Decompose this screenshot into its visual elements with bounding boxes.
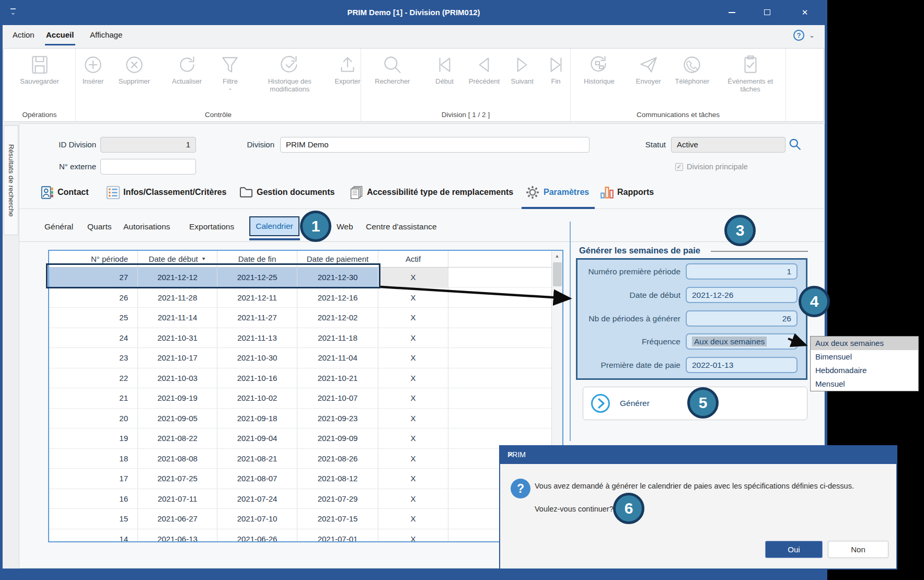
phone-button[interactable]: Téléphoner [669,49,715,86]
table-row[interactable]: 25 2021-11-14 2021-11-27 2021-12-02 X [49,308,562,328]
ribbon: Sauvegarder Opérations Insérer Supprimer… [3,48,824,122]
table-row[interactable]: 18 2021-08-08 2021-08-21 2021-08-26 X [49,449,562,469]
window-title: PRIM Demo [1] - Division (PRIM012) [0,0,827,25]
header-actif[interactable]: Actif [378,251,448,267]
division-principale-checkbox[interactable]: ✓ [675,163,683,171]
active-subtab-underline [249,238,300,240]
documents-stack-icon [349,185,364,200]
statut-field: Active [671,137,786,153]
frequency-combo[interactable]: Aux deux semaines ▾ [686,333,798,350]
ribbon-collapse-icon[interactable]: ⌄ [809,31,815,39]
subtab-exportations[interactable]: Exportations [189,222,234,231]
start-date-field[interactable]: 2021-12-26 [686,287,798,303]
table-row[interactable]: 26 2021-11-28 2021-12-11 2021-12-16 X [49,288,562,308]
dialog-close-icon[interactable]: ✕ [507,450,890,459]
save-icon [28,53,52,77]
filter-button[interactable]: Filtre ⌄ [216,49,245,91]
table-row[interactable]: 19 2021-08-22 2021-09-04 2021-09-09 X [49,428,562,449]
statut-label: Statut [624,140,666,149]
active-tab-underline [522,207,595,209]
menu-accueil[interactable]: Accueil [46,30,74,39]
first-period-field[interactable]: 1 [686,263,798,280]
dropdown-option[interactable]: Mensuel [811,377,918,391]
first-record-button[interactable]: Début [424,49,466,86]
previous-record-icon [472,53,496,77]
table-row[interactable]: 20 2021-09-05 2021-09-18 2021-09-23 X [49,409,562,429]
previous-record-button[interactable]: Précédent [466,49,503,86]
events-tasks-button[interactable]: Événements et tâches [715,49,786,94]
tab-infos-classement[interactable]: Infos/Classement/Critères [106,183,226,202]
tab-gestion-documents[interactable]: Gestion documents [239,183,334,202]
contact-icon [40,185,54,200]
last-record-button[interactable]: Fin [541,49,570,86]
table-row[interactable]: 23 2021-10-17 2021-10-30 2021-11-04 X [49,348,562,368]
annotation-circle-3: 3 [724,215,756,246]
sidebar-tab-label: Résultats de recherche [7,144,15,217]
tab-accessibilite[interactable]: Accessibilité type de remplacements [349,183,513,202]
minimize-button[interactable] [723,4,740,21]
no-button[interactable]: Non [828,541,888,558]
close-button[interactable]: ✕ [796,4,813,21]
table-row[interactable]: 24 2021-10-31 2021-11-13 2021-11-18 X [49,328,562,349]
send-button[interactable]: Envoyer [628,49,669,86]
table-row[interactable]: 14 2021-06-13 2021-06-26 2021-07-01 X [49,529,562,543]
filter-dropdown-icon[interactable]: ⌄ [228,85,232,91]
next-record-button[interactable]: Suivant [503,49,541,86]
periods-count-field[interactable]: 26 [686,310,798,327]
table-row[interactable]: 21 2021-09-19 2021-10-02 2021-10-07 X [49,388,562,409]
subtab-general[interactable]: Général [44,222,73,231]
tab-contact[interactable]: Contact [40,183,89,202]
annotation-circle-4: 4 [799,286,830,317]
scrollbar-thumb[interactable] [553,262,562,286]
subtab-web[interactable]: Web [337,222,353,231]
dropdown-option[interactable]: Bimensuel [811,350,918,364]
subtab-quarts[interactable]: Quarts [87,222,112,231]
search-record-button[interactable]: Rechercher [361,49,424,86]
dropdown-option[interactable]: Hebdomadaire [811,364,918,377]
combo-dropdown-icon[interactable]: ▾ [790,334,793,349]
frequency-label: Fréquence [578,337,680,346]
subtab-calendrier[interactable]: Calendrier [249,216,299,236]
export-button[interactable]: Exporter [334,49,361,86]
insert-button[interactable]: Insérer [76,49,110,86]
table-row[interactable]: 22 2021-10-03 2021-10-16 2021-10-21 X [49,368,562,389]
first-pay-date-field[interactable]: 2022-01-13 [686,357,798,373]
externe-label: N° externe [31,162,96,171]
generate-section-title: Générer les semaines de paie [579,246,700,256]
ribbon-group-operations: Sauvegarder Opérations [4,49,76,121]
sidebar-tab-resultats[interactable]: Résultats de recherche [4,125,18,235]
tab-parametres[interactable]: Paramètres [525,183,589,202]
history-modifications-button[interactable]: Historique des modifications [245,49,334,94]
menu-affichage[interactable]: Affichage [90,30,122,39]
statut-search-button[interactable] [788,137,806,153]
maximize-button[interactable] [759,4,776,21]
dropdown-option[interactable]: Aux deux semaines [811,337,918,350]
division-label: Division [230,140,274,149]
question-icon: ? [511,479,530,498]
table-row[interactable]: 16 2021-07-11 2021-07-24 2021-07-29 X [49,489,562,509]
table-row[interactable]: 17 2021-07-25 2021-08-07 2021-08-12 X [49,469,562,489]
generate-arrow-icon [590,393,611,414]
subtab-assistance[interactable]: Centre d'assistance [366,222,437,231]
yes-button[interactable]: Oui [765,541,823,558]
table-row[interactable]: 15 2021-06-27 2021-07-10 2021-07-15 X [49,509,562,529]
refresh-icon [175,53,199,77]
delete-button[interactable]: Supprimer [110,49,158,86]
first-pay-date-label: Première date de paie [578,361,680,370]
start-date-label: Date de début [578,291,680,300]
tab-rapports[interactable]: Rapports [600,183,654,202]
division-field[interactable]: PRIM Demo [280,137,590,153]
annotation-circle-1: 1 [300,211,331,242]
status-bar [0,569,827,580]
subtab-autorisations[interactable]: Autorisations [123,222,170,231]
scroll-up-icon[interactable]: ▲ [552,251,562,261]
externe-field[interactable] [100,159,196,175]
refresh-button[interactable]: Actualiser [158,49,216,86]
header-empty [448,251,562,267]
id-division-field: 1 [100,137,196,153]
history-icon [587,53,611,77]
menu-action[interactable]: Action [13,30,34,39]
history-button[interactable]: Historique [571,49,628,86]
help-icon[interactable]: ? [793,30,804,41]
save-button[interactable]: Sauvegarder [4,49,75,86]
